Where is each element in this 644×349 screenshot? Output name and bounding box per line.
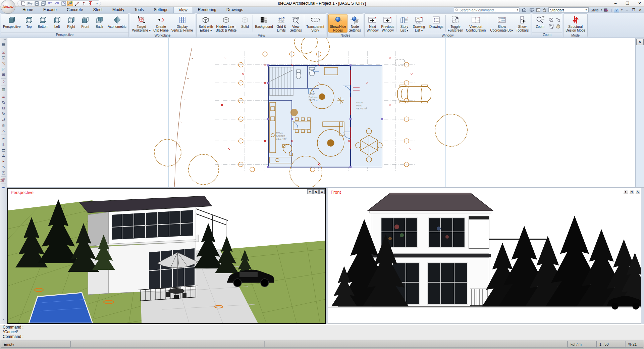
command-search-box[interactable]: ▾ (454, 7, 520, 12)
ribbon-button-drawings[interactable]: Drawings (428, 14, 445, 33)
ribbon-button-node-settings[interactable]: Node Settings (347, 14, 362, 33)
ribbon-button-zoom[interactable]: Zoom (533, 14, 547, 32)
ribbon-button-target-workplane[interactable]: Target Workplane ▾ (131, 14, 152, 33)
sidebar-icon-rotate-copy[interactable]: ↻ (1, 111, 7, 117)
ribbon-button-top[interactable]: Top (22, 14, 36, 32)
close-button[interactable]: ✕ (637, 1, 642, 6)
redo-icon[interactable] (54, 1, 60, 6)
sidebar-icon-auto-label[interactable]: AUTO ABC (1, 177, 7, 183)
zoom-object-icon[interactable] (554, 17, 561, 23)
qat-overflow-icon[interactable]: ▾ (96, 2, 98, 5)
sidebar-icon-trim[interactable]: ⌿ (1, 136, 7, 141)
sidebar-icon-measure[interactable]: ∠ (1, 153, 7, 158)
node-pointer-icon[interactable] (74, 1, 80, 6)
tab-home[interactable]: Home (17, 7, 38, 13)
ribbon-button-toggle-fullscreen[interactable]: Toggle Fullscreen (446, 14, 465, 33)
ribbon-button-solid-with-edges[interactable]: Solid with Edges ▾ (197, 14, 214, 33)
help-icon[interactable]: ? (614, 8, 619, 12)
tab-concrete[interactable]: Concrete (62, 7, 88, 13)
style-selector[interactable]: Style (591, 8, 599, 12)
standart-selector[interactable]: Standart▾ (548, 7, 589, 12)
ribbon-button-left[interactable]: Left (50, 14, 64, 32)
command-line-panel[interactable]: Command : *Cancel* Command : (0, 324, 644, 340)
sidebar-icon-node-group[interactable]: ∴ (1, 128, 7, 134)
ribbon-button-view-settings[interactable]: View Settings (288, 14, 303, 33)
front-viewport[interactable]: Front Y N Λ (328, 188, 641, 324)
ribbon-button-axonometric[interactable]: Axonometric (106, 14, 128, 32)
status-scale[interactable]: 1 : 50 (596, 341, 625, 348)
viewport-button-a[interactable]: Λ (319, 189, 325, 194)
viewport-button-n[interactable]: N (629, 189, 634, 194)
minimize-button[interactable]: – (613, 1, 618, 6)
ribbon-button-back[interactable]: Back (92, 14, 106, 32)
ribbon-button-drawing-list[interactable]: Drawing List ▾ (411, 14, 426, 33)
viewport-button-y[interactable]: Y (307, 189, 313, 194)
ribbon-button-story-list[interactable]: Story List ▾ (397, 14, 411, 33)
mdi-close-button[interactable]: ✕ (638, 8, 643, 12)
close-box-icon[interactable] (536, 7, 540, 12)
snap-pointer-icon[interactable] (81, 1, 87, 6)
style-dropdown-icon[interactable]: ▾ (601, 8, 602, 11)
sidebar-icon-grid-select[interactable]: ⊞ (1, 72, 7, 78)
tab-tools[interactable]: Tools (129, 7, 149, 13)
pan-icon[interactable] (554, 23, 561, 30)
restore-button[interactable]: ❐ (625, 1, 630, 6)
mdi-minimize-button[interactable]: – (625, 8, 629, 12)
ribbon-button-front[interactable]: Front (78, 14, 92, 32)
ribbon-button-right[interactable]: Right (64, 14, 78, 32)
toolbar-grip[interactable] (2, 39, 6, 40)
style-settings-icon[interactable] (604, 7, 609, 12)
zoom-extents-icon[interactable] (548, 17, 554, 23)
sidebar-icon-flag[interactable]: ▸ (1, 158, 7, 164)
sidebar-icon-story-section[interactable]: ≋ (1, 94, 7, 100)
sidebar-icon-query[interactable]: ? (1, 79, 7, 85)
ribbon-button-transparent-story[interactable]: Transparent Story (305, 14, 326, 33)
sidebar-icon-paste[interactable]: ⊟ (1, 105, 7, 111)
tab-steel[interactable]: Steel (88, 7, 107, 13)
ribbon-button-solid[interactable]: Solid (238, 14, 252, 33)
sidebar-icon-mirror-copy[interactable]: ⇄ (1, 117, 7, 122)
save-all-icon[interactable] (41, 1, 46, 6)
tab-facade[interactable]: Facade (38, 7, 62, 13)
ribbon-button-show-hide-nodes[interactable]: Show/Hide Nodes (328, 14, 347, 33)
sidebar-icon-copy[interactable]: ⧉ (1, 100, 7, 105)
sidebar-icon-select-remove[interactable]: ◱ (1, 55, 7, 60)
search-dropdown-icon[interactable]: ▾ (517, 8, 518, 11)
undo-view-icon[interactable] (61, 1, 66, 6)
ribbon-button-bottom[interactable]: Bottom (36, 14, 50, 32)
ribbon-button-show-coordinate-box[interactable]: x=y=Show Coordinate Box (489, 14, 515, 33)
sidebar-icon-find[interactable]: ∞ (1, 185, 7, 190)
tab-drawings[interactable]: Drawings (221, 7, 248, 13)
open-file-icon[interactable] (27, 1, 33, 6)
ribbon-button-structural-design-mode[interactable]: Structural Design Mode (564, 14, 587, 33)
ribbon-button-hidden-line[interactable]: Hidden Line - Black & White (214, 14, 238, 33)
sidebar-icon-extrude[interactable]: ⬒ (1, 147, 7, 153)
sidebar-icon-offset-node[interactable]: ◸ (1, 66, 7, 72)
sidebar-icon-objects[interactable]: ◰ (1, 170, 7, 176)
sidebar-icon-properties-panel[interactable]: ▤ (1, 42, 7, 47)
ribbon-button-grid-limits[interactable]: Grid & Limits (274, 14, 288, 33)
perspective-viewport[interactable]: Perspective Y N Λ (7, 188, 326, 324)
toolbar-expander-icon[interactable]: ▸ (1, 317, 7, 322)
save-icon[interactable] (34, 1, 40, 6)
sidebar-icon-section-view[interactable]: ◫ (1, 141, 7, 147)
layer-up-icon[interactable] (522, 7, 527, 12)
sidebar-icon-report[interactable]: ▥ (1, 87, 7, 92)
new-file-icon[interactable] (20, 1, 26, 6)
sidebar-icon-move-node[interactable]: ◹ (1, 60, 7, 66)
mdi-restore-button[interactable]: ❐ (631, 8, 636, 12)
ribbon-button-show-toolbars[interactable]: Show Toolbars (515, 14, 530, 33)
tab-settings[interactable]: Settings (149, 7, 173, 13)
viewport-button-n[interactable]: N (313, 189, 319, 194)
ribbon-button-background[interactable]: Background (254, 14, 274, 33)
undo-icon[interactable] (47, 1, 53, 6)
ribbon-button-perspective[interactable]: Perspective (2, 14, 22, 32)
sidebar-icon-stretch[interactable]: ⧈ (1, 122, 7, 128)
viewport-button-a[interactable]: Λ (635, 189, 640, 194)
viewport-button-y[interactable]: Y (623, 189, 628, 194)
plan-viewport[interactable]: M003 Entrance 39.72 m² M006 Patio 48.40 … (7, 38, 635, 187)
ribbon-button-previous-window[interactable]: Previous Window (380, 14, 396, 33)
ribbon-button-next-window[interactable]: Next Window (365, 14, 380, 33)
tab-rendering[interactable]: Rendering (193, 7, 221, 13)
lock-icon[interactable] (542, 7, 546, 12)
